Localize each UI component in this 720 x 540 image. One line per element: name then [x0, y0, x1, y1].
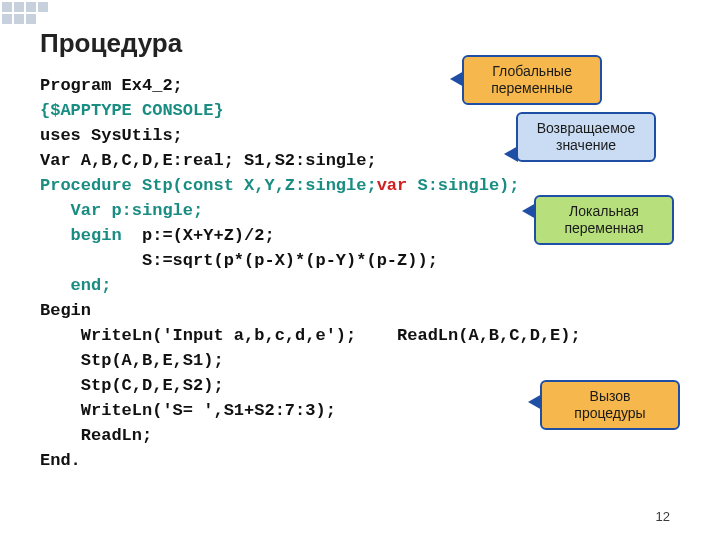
code-line: Begin — [40, 301, 91, 320]
code-line: uses SysUtils; — [40, 126, 183, 145]
code-line: Stp(C,D,E,S2); — [40, 376, 224, 395]
code-keyword-var: var — [377, 176, 408, 195]
code-line: S:single); — [407, 176, 519, 195]
code-line: End. — [40, 451, 81, 470]
slide: Процедура Program Ex4_2; {$APPTYPE CONSO… — [0, 0, 720, 540]
code-line: Var p:single; — [40, 201, 203, 220]
callout-procedure-call: Вызов процедуры — [540, 380, 680, 430]
code-line: Program Ex4_2; — [40, 76, 183, 95]
code-line: Stp(A,B,E,S1); — [40, 351, 224, 370]
code-line: ReadLn; — [40, 426, 152, 445]
decorative-corner — [0, 0, 50, 26]
code-line: WriteLn('S= ',S1+S2:7:3); — [40, 401, 336, 420]
callout-local-var: Локальная переменная — [534, 195, 674, 245]
code-line: {$APPTYPE CONSOLE} — [40, 101, 224, 120]
code-line: Procedure Stp(const X,Y,Z:single; — [40, 176, 377, 195]
code-keyword-begin: begin — [40, 226, 122, 245]
code-line: end; — [40, 276, 111, 295]
code-line: S:=sqrt(p*(p-X)*(p-Y)*(p-Z)); — [40, 251, 438, 270]
code-line: p:=(X+Y+Z)/2; — [122, 226, 275, 245]
code-line: Var A,B,C,D,E:real; S1,S2:single; — [40, 151, 377, 170]
callout-global-vars: Глобальные переменные — [462, 55, 602, 105]
code-line: WriteLn('Input a,b,c,d,e'); ReadLn(A,B,C… — [40, 326, 581, 345]
page-number: 12 — [656, 509, 670, 524]
callout-return-value: Возвращаемое значение — [516, 112, 656, 162]
